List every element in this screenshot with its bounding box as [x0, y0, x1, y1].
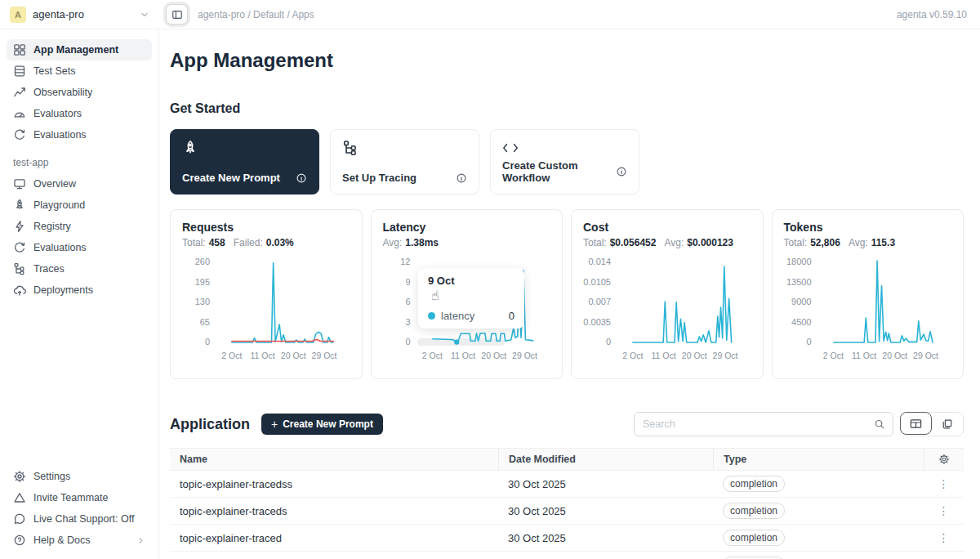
- applications-table: Name Date Modified Type topic-explainer-…: [170, 448, 964, 559]
- table-row[interactable]: topic-explainer-traceds 30 Oct 2025 comp…: [170, 498, 964, 525]
- registry-icon: [13, 220, 26, 233]
- sidebar-item-live-chat-support-off[interactable]: Live Chat Support: Off: [7, 508, 152, 530]
- app-root: A agenta-pro agenta-pro / Default / Apps…: [0, 0, 980, 559]
- traces-icon: [13, 262, 26, 275]
- main-content: App Management Get Started Create New Pr…: [159, 29, 980, 559]
- tooltip-value: 0: [509, 310, 514, 322]
- sidebar-app-nav: Overview Playground Registry Evaluations…: [7, 173, 152, 301]
- chart-x-axis: 2 Oct11 Oct20 Oct29 Oct: [216, 351, 350, 363]
- sidebar-item-evaluations[interactable]: Evaluations: [7, 237, 152, 258]
- sidebar-item-overview[interactable]: Overview: [7, 173, 152, 195]
- workspace-name: agenta-pro: [33, 8, 84, 20]
- line-chart[interactable]: [216, 257, 350, 348]
- get-started-card-create-custom-workflow[interactable]: Create Custom Workflow: [490, 129, 639, 195]
- info-icon[interactable]: [456, 172, 467, 184]
- sidebar: App Management Test Sets Observability E…: [0, 29, 159, 559]
- sidebar-toggle-button[interactable]: [166, 4, 188, 25]
- chevron-down-icon[interactable]: [140, 10, 149, 20]
- sidebar-item-observability[interactable]: Observability: [7, 82, 152, 103]
- workspace-avatar: A: [10, 7, 26, 23]
- sidebar-item-traces[interactable]: Traces: [7, 258, 152, 280]
- sidebar-item-evaluations[interactable]: Evaluations: [7, 124, 152, 145]
- sidebar-item-help-docs[interactable]: Help & Docs: [7, 530, 152, 551]
- column-header-name[interactable]: Name: [170, 449, 498, 470]
- get-started-heading: Get Started: [170, 101, 964, 116]
- cell-date-modified: 30 Oct 2025: [498, 478, 713, 490]
- sidebar-item-app-management[interactable]: App Management: [7, 39, 152, 60]
- row-menu-icon[interactable]: ⋮: [938, 477, 950, 490]
- grid-icon: [13, 43, 26, 56]
- help-icon: [13, 534, 26, 547]
- type-badge: completion: [723, 530, 785, 546]
- cell-date-modified: 30 Oct 2025: [498, 532, 713, 544]
- sidebar-item-test-sets[interactable]: Test Sets: [7, 60, 152, 82]
- tooltip-date: 9 Oct: [428, 275, 514, 287]
- code-icon: [502, 140, 519, 156]
- card-view-button[interactable]: [931, 413, 963, 436]
- settings-icon: [13, 470, 26, 483]
- chart-stats: Avg:1.38ms: [383, 237, 551, 248]
- chart-stats: Total:$0.056452Avg:$0.000123: [583, 237, 751, 248]
- column-header-type[interactable]: Type: [713, 449, 924, 470]
- type-badge: completion: [723, 503, 785, 519]
- sidebar-item-registry[interactable]: Registry: [7, 216, 152, 237]
- table-row[interactable]: topic-explainer-tracedss 30 Oct 2025 com…: [170, 471, 964, 498]
- application-heading: Application: [170, 416, 250, 433]
- chart-x-axis: 2 Oct11 Oct20 Oct29 Oct: [818, 351, 952, 363]
- chart-x-axis: 2 Oct11 Oct20 Oct29 Oct: [617, 351, 751, 363]
- info-icon[interactable]: [296, 172, 307, 184]
- column-header-date-modified[interactable]: Date Modified: [498, 449, 713, 470]
- search-input[interactable]: [635, 418, 866, 430]
- chart-y-axis: 129630: [383, 257, 417, 348]
- chart-stats: Total:52,806Avg:115.3: [784, 237, 952, 248]
- rocket-icon: [182, 140, 198, 156]
- chart-tooltip: 9 Oct latency 0 ☝: [418, 268, 524, 329]
- row-menu-icon[interactable]: ⋮: [938, 531, 950, 544]
- breadcrumb[interactable]: agenta-pro / Default / Apps: [198, 9, 314, 20]
- invite-icon: [13, 491, 26, 504]
- tooltip-series-name: latency: [441, 310, 474, 322]
- workspace-selector[interactable]: A agenta-pro: [0, 7, 159, 23]
- metric-card-requests: Requests Total:458Failed:0.03% 260195130…: [170, 209, 363, 379]
- sidebar-footer-nav: Settings Invite Teammate Live Chat Suppo…: [7, 466, 152, 551]
- hand-cursor-icon: ☝: [431, 288, 439, 303]
- table-view-button[interactable]: [900, 412, 932, 435]
- table-row[interactable]: topic-explainer-traced 30 Oct 2025 compl…: [170, 525, 964, 552]
- table-row[interactable]: career-assessment 27 Oct 2025 completion…: [170, 552, 964, 559]
- search-icon[interactable]: [866, 413, 893, 436]
- search-box: [634, 412, 893, 436]
- evaluations-icon: [13, 128, 26, 141]
- view-toggle: [900, 412, 964, 436]
- row-menu-icon[interactable]: ⋮: [938, 504, 950, 517]
- chart-y-axis: 260195130650: [182, 257, 216, 348]
- info-icon[interactable]: [616, 166, 627, 177]
- sidebar-item-playground[interactable]: Playground: [7, 195, 152, 216]
- traces-icon: [342, 140, 359, 156]
- evaluations-icon: [13, 241, 26, 254]
- get-started-card-set-up-tracing[interactable]: Set Up Tracing: [330, 129, 479, 195]
- evaluators-icon: [13, 107, 26, 120]
- sidebar-item-deployments[interactable]: Deployments: [7, 280, 152, 301]
- top-bar: A agenta-pro agenta-pro / Default / Apps…: [0, 0, 980, 29]
- sidebar-section-label: test-app: [13, 157, 152, 168]
- sidebar-item-settings[interactable]: Settings: [7, 466, 152, 487]
- chart-title: Tokens: [784, 221, 952, 234]
- line-chart[interactable]: [818, 257, 952, 348]
- get-started-card-create-new-prompt[interactable]: Create New Prompt: [170, 129, 319, 195]
- deployments-icon: [13, 284, 26, 297]
- create-new-prompt-button[interactable]: + Create New Prompt: [261, 414, 383, 435]
- table-settings-gear-icon[interactable]: [938, 454, 950, 465]
- sidebar-item-invite-teammate[interactable]: Invite Teammate: [7, 487, 152, 508]
- chart-title: Requests: [182, 221, 350, 234]
- metric-card-cost: Cost Total:$0.056452Avg:$0.000123 0.0140…: [571, 209, 764, 379]
- table-body: topic-explainer-tracedss 30 Oct 2025 com…: [170, 471, 964, 559]
- cell-date-modified: 30 Oct 2025: [498, 505, 713, 517]
- chart-y-axis: 0.0140.01050.0070.00350: [583, 257, 617, 348]
- chart-title: Latency: [383, 221, 551, 234]
- table-header: Name Date Modified Type: [170, 448, 964, 471]
- metric-card-tokens: Tokens Total:52,806Avg:115.3 18000135009…: [772, 209, 964, 379]
- get-started-cards: Create New Prompt Set Up Tracing Create …: [170, 129, 964, 195]
- line-chart[interactable]: [617, 257, 751, 348]
- sidebar-item-evaluators[interactable]: Evaluators: [7, 103, 152, 124]
- chevron-right-icon: [136, 536, 145, 545]
